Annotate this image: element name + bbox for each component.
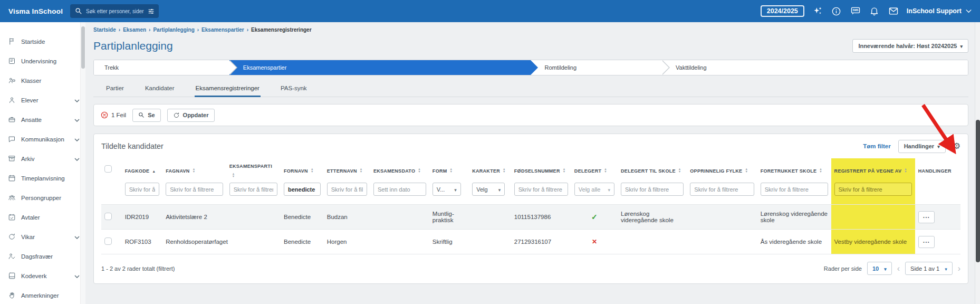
board-icon — [8, 57, 16, 65]
global-search[interactable] — [70, 4, 159, 18]
sidebar-item-klasser[interactable]: Klasser — [0, 71, 85, 90]
bell-icon[interactable] — [869, 5, 880, 17]
sparkle-icon[interactable] — [812, 5, 823, 17]
sidebar-item-dagsfravaer[interactable]: Dagsfravær — [0, 246, 85, 266]
sidebar-scrollbar-thumb[interactable] — [81, 26, 85, 69]
col-header-karakter[interactable]: KARAKTER — [469, 158, 511, 183]
sms-chat-icon[interactable]: SMS — [850, 5, 861, 17]
filter-eksamensdato-input[interactable] — [373, 183, 426, 196]
cell-opprinnelig-fylke — [687, 205, 757, 230]
settings-gear-icon[interactable] — [953, 142, 960, 150]
breadcrumb-eksamenspartier[interactable]: Eksamenspartier — [201, 27, 244, 33]
sidebar-item-avtaler[interactable]: Avtaler — [0, 207, 85, 227]
filter-form-select[interactable]: V... — [433, 183, 461, 196]
sidebar-item-elever[interactable]: Elever — [0, 90, 85, 110]
page-scrollbar[interactable] — [975, 22, 980, 304]
wizard-step-vakttildeling[interactable]: Vakttildeling — [662, 60, 968, 75]
filter-row: V... Velg Velg alle — [101, 183, 960, 205]
actions-dropdown-button[interactable]: Handlinger — [898, 140, 946, 153]
row-checkbox[interactable] — [104, 213, 112, 220]
filter-fodselsnummer-input[interactable] — [514, 183, 568, 196]
filter-delegert-til-skole-input[interactable] — [621, 183, 684, 196]
col-header-delegert[interactable]: DELEGERT — [571, 158, 618, 183]
term-selector[interactable]: Inneværende halvår: Høst 20242025 — [852, 39, 968, 53]
sort-icon — [503, 168, 505, 173]
sidebar-item-anmerkninger[interactable]: Anmerkninger — [0, 286, 85, 304]
col-header-foretrukket-skole[interactable]: FORETRUKKET SKOLE — [757, 158, 831, 183]
filter-karakter-select[interactable]: Velg — [472, 183, 505, 196]
breadcrumb-eksamen[interactable]: Eksamen — [123, 27, 146, 33]
school-year-badge[interactable]: 2024/2025 — [761, 5, 804, 17]
filter-opprinnelig-fylke-input[interactable] — [690, 183, 754, 196]
row-checkbox[interactable] — [104, 238, 112, 245]
user-menu[interactable]: InSchool Support — [907, 7, 972, 15]
sidebar-item-arkiv[interactable]: Arkiv — [0, 149, 85, 168]
tab-eksamensregistreringer[interactable]: Eksamensregistreringer — [195, 80, 261, 97]
sidebar-item-timeplanvisning[interactable]: Timeplanvisning — [0, 168, 85, 188]
col-header-eksamensparti[interactable]: EKSAMENSPARTI — [226, 158, 281, 183]
rows-per-page-select[interactable]: 10 — [867, 262, 892, 275]
sidebar-item-startside[interactable]: Startside — [0, 32, 85, 51]
sidebar-item-undervisning[interactable]: Undervisning — [0, 51, 85, 71]
tab-partier[interactable]: Partier — [105, 80, 125, 97]
cell-fagkode: IDR2019 — [122, 205, 162, 230]
breadcrumb-partiplanlegging[interactable]: Partiplanlegging — [153, 27, 194, 33]
previous-page-chevron[interactable] — [897, 264, 900, 273]
col-header-registrert-pa-vegne-av[interactable]: REGISTRERT PÅ VEGNE AV — [831, 158, 915, 183]
sidebar-scrollbar[interactable] — [80, 22, 85, 304]
wizard-step-trekk[interactable]: Trekk — [94, 60, 229, 75]
sort-icon — [745, 168, 747, 173]
col-header-delegert-til-skole[interactable]: DELEGERT TIL SKOLE — [618, 158, 687, 183]
col-header-fagkode[interactable]: FAGKODE — [122, 158, 162, 183]
filter-eksamensparti-input[interactable] — [229, 183, 277, 196]
row-actions-button[interactable] — [918, 236, 935, 248]
filter-fornavn-input[interactable] — [284, 183, 321, 196]
select-all-checkbox[interactable] — [104, 165, 112, 173]
row-actions-button[interactable] — [918, 211, 935, 223]
col-header-fornavn[interactable]: FORNAVN — [281, 158, 324, 183]
cell-etternavn: Budzan — [324, 205, 370, 230]
sidebar-item-ansatte[interactable]: Ansatte — [0, 110, 85, 129]
col-header-fagnavn[interactable]: FAGNAVN — [162, 158, 226, 183]
book-icon — [8, 272, 16, 280]
chevron-down-icon — [498, 186, 501, 193]
filter-foretrukket-skole-input[interactable] — [761, 183, 828, 196]
breadcrumb: Startside Eksamen Partiplanlegging Eksam… — [93, 27, 968, 33]
filter-delegert-select[interactable]: Velg alle — [574, 183, 614, 196]
chevron-down-icon — [966, 10, 972, 13]
col-header-etternavn[interactable]: ETTERNAVN — [324, 158, 370, 183]
col-header-fodselsnummer[interactable]: FØDSELSNUMMER — [511, 158, 571, 183]
search-input[interactable] — [86, 8, 144, 14]
filter-fagnavn-input[interactable] — [166, 183, 223, 196]
col-header-form[interactable]: FORM — [429, 158, 469, 183]
filter-etternavn-input[interactable] — [327, 183, 367, 196]
col-header-eksamensdato[interactable]: EKSAMENSDATO — [370, 158, 429, 183]
page-select[interactable]: Side 1 av 1 — [905, 262, 953, 275]
cell-fagkode: ROF3103 — [122, 230, 162, 254]
tab-kandidater[interactable]: Kandidater — [144, 80, 176, 97]
refresh-button[interactable]: Oppdater — [167, 109, 215, 122]
briefcase-icon — [8, 116, 16, 124]
table-row: IDR2019 Aktivitetslære 2 Benedicte Budza… — [101, 205, 960, 230]
sidebar-item-kodeverk[interactable]: Kodeverk — [0, 266, 85, 286]
tab-pas-synk[interactable]: PAS-synk — [280, 80, 308, 97]
cross-icon — [592, 239, 597, 245]
sidebar-item-persongrupper[interactable]: Persongrupper — [0, 188, 85, 207]
wizard-step-romtildeling[interactable]: Romtildeling — [531, 60, 662, 75]
search-filters-icon[interactable] — [148, 5, 155, 17]
rows-per-page-label: Rader per side — [824, 265, 862, 272]
wizard-step-eksamenspartier[interactable]: Eksamenspartier — [229, 60, 531, 75]
next-page-chevron[interactable] — [958, 264, 960, 273]
filter-fagkode-input[interactable] — [125, 183, 159, 196]
breadcrumb-startside[interactable]: Startside — [93, 27, 116, 33]
see-errors-button[interactable]: Se — [132, 109, 160, 122]
clear-filter-button[interactable]: Tøm filter — [863, 143, 890, 149]
envelope-icon[interactable] — [888, 5, 899, 17]
archive-icon — [8, 155, 16, 163]
sidebar-item-kommunikasjon[interactable]: Kommunikasjon — [0, 129, 85, 149]
info-icon[interactable] — [831, 5, 842, 17]
filter-registrert-pa-vegne-av-input[interactable] — [834, 183, 912, 196]
col-header-opprinnelig-fylke[interactable]: OPPRINNELIG FYLKE — [687, 158, 757, 183]
page-scrollbar-thumb[interactable] — [976, 120, 980, 262]
sidebar-item-vikar[interactable]: Vikar — [0, 227, 85, 246]
